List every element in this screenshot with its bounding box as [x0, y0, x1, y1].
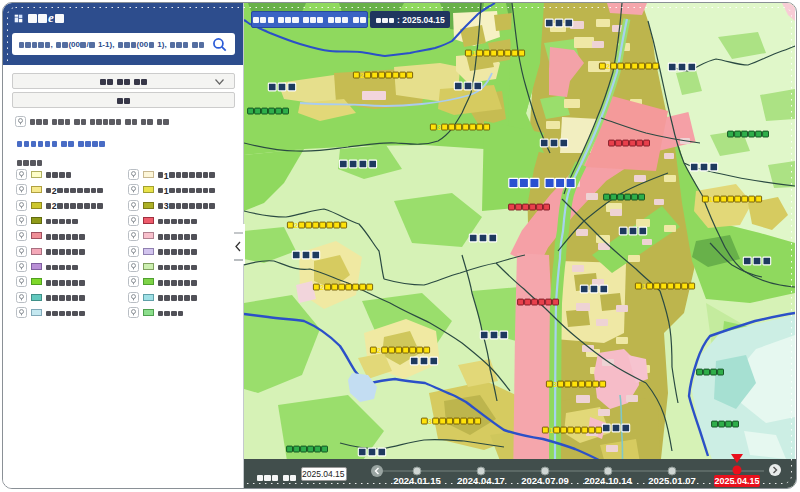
svg-text:2: 2	[360, 71, 364, 80]
svg-text:3: 3	[437, 123, 441, 132]
svg-text:1: 1	[549, 426, 553, 435]
svg-text:2024.10.14: 2024.10.14	[584, 475, 632, 486]
svg-text:2: 2	[320, 283, 324, 292]
svg-text:2024.04.17: 2024.04.17	[457, 475, 505, 486]
svg-text:2024.07.09: 2024.07.09	[521, 475, 569, 486]
svg-text:3: 3	[553, 380, 557, 389]
svg-text:2: 2	[606, 62, 610, 71]
svg-text:2: 2	[377, 346, 381, 355]
svg-text:1: 1	[642, 282, 646, 291]
svg-text:2025.04.15: 2025.04.15	[714, 476, 759, 486]
svg-text:2024.01.15: 2024.01.15	[393, 475, 441, 486]
svg-text:2025.01.07: 2025.01.07	[648, 475, 696, 486]
svg-text:1: 1	[709, 195, 713, 204]
svg-text:2: 2	[294, 221, 298, 230]
svg-text:1: 1	[472, 49, 476, 58]
svg-text:3: 3	[428, 417, 432, 426]
